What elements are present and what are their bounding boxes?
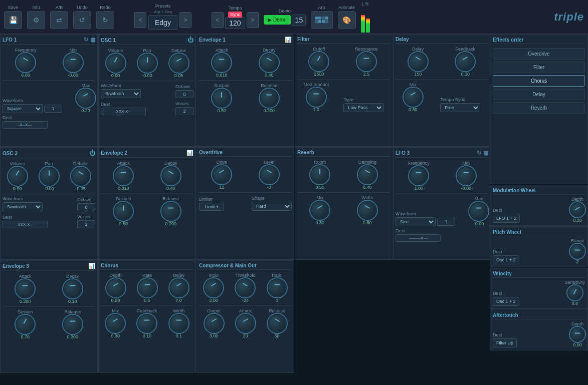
osc2-octave-field[interactable]: 0	[77, 203, 95, 211]
delay-mix-knob[interactable]	[404, 88, 423, 107]
demo-button[interactable]: ▶ Demo	[264, 15, 291, 25]
lfo3-waveform-num[interactable]: 1	[437, 218, 455, 226]
demo-value[interactable]: 15	[292, 15, 306, 26]
save-button[interactable]: 💾	[4, 11, 22, 29]
filter-cutoff-knob[interactable]	[309, 52, 328, 71]
chorus-delay-knob[interactable]	[169, 278, 188, 297]
effect-delay[interactable]: Delay	[493, 89, 585, 100]
osc2-detune-knob[interactable]	[71, 167, 90, 186]
lfo3-freq-knob[interactable]	[409, 166, 428, 185]
chorus-rate-knob[interactable]	[138, 278, 157, 297]
chorus-mix-knob[interactable]	[106, 314, 125, 333]
osc2-pan-knob[interactable]	[40, 167, 59, 186]
delay-feedback-knob[interactable]	[456, 52, 475, 71]
preset-name[interactable]: Edgy	[148, 15, 177, 30]
at-dest-field[interactable]: Filter Up	[493, 338, 517, 347]
osc1-detune-knob[interactable]	[169, 54, 188, 73]
comp-ratio-knob[interactable]	[268, 278, 287, 297]
osc1-power-icon[interactable]: ⏻	[187, 37, 193, 44]
env1-attack-knob[interactable]	[212, 53, 231, 72]
ab-button[interactable]: ⇄	[50, 11, 68, 29]
at-depth-knob[interactable]	[570, 327, 585, 342]
delay-tempo-select[interactable]: Free	[440, 103, 480, 112]
overdrive-shape-select[interactable]: Hard	[252, 202, 292, 211]
preset-next-button[interactable]: >	[179, 12, 191, 28]
tempo-next-button[interactable]: >	[247, 12, 259, 28]
reverb-room-knob[interactable]	[310, 165, 329, 184]
lfo3-max-knob[interactable]	[469, 202, 488, 221]
lfo1-dest-field[interactable]: -X--X---	[3, 121, 48, 129]
effect-chorus[interactable]: Chorus	[493, 75, 585, 87]
reverb-width-knob[interactable]	[358, 201, 377, 220]
filter-mod-knob[interactable]	[307, 88, 326, 107]
env2-attack-knob[interactable]	[114, 166, 133, 185]
osc1-pan-knob[interactable]	[138, 54, 157, 73]
mod-depth-knob[interactable]	[570, 202, 585, 217]
env2-sustain-knob[interactable]	[114, 202, 133, 221]
comp-threshold-knob[interactable]	[236, 278, 255, 297]
reverb-mix-knob[interactable]	[310, 201, 329, 220]
redo-button[interactable]: ↻	[96, 11, 114, 29]
vel-sensitivity-knob[interactable]	[567, 285, 582, 300]
animate-button[interactable]: 🎨	[338, 11, 356, 29]
comp-output-knob[interactable]	[205, 314, 224, 333]
comp-input-knob[interactable]	[204, 278, 223, 297]
env3-sustain-knob[interactable]	[16, 315, 35, 334]
undo-button[interactable]: ↺	[73, 11, 91, 29]
lfo1-refresh-icon[interactable]: ↻	[84, 37, 88, 43]
filter-type-select[interactable]: Low Pass	[343, 103, 383, 112]
env1-release-knob[interactable]	[260, 89, 279, 108]
overdrive-limiter-field[interactable]: Limiter	[199, 203, 224, 211]
mod-dest-field[interactable]: LFO 1 + 2	[493, 214, 520, 223]
lfo1-min-knob[interactable]	[64, 53, 83, 72]
env2-chart-icon[interactable]: 📊	[186, 150, 193, 156]
pitch-range-knob[interactable]	[570, 244, 585, 259]
lfo1-grid-icon[interactable]: ▦	[90, 37, 95, 43]
tempo-value[interactable]: 120	[225, 18, 245, 29]
osc2-power-icon[interactable]: ⏻	[89, 150, 95, 157]
lfo3-grid-icon[interactable]: ▦	[483, 150, 488, 156]
reverb-damping-knob[interactable]	[358, 165, 377, 184]
lfo3-waveform-select[interactable]: Sine	[396, 217, 436, 226]
comp-release-knob[interactable]	[268, 314, 287, 333]
lfo1-max-knob[interactable]	[76, 89, 95, 108]
osc2-dest-field[interactable]: XXX-X--	[3, 221, 48, 228]
env3-attack-knob[interactable]	[16, 279, 35, 298]
comp-attack-knob[interactable]	[236, 314, 255, 333]
env3-decay-knob[interactable]	[63, 279, 82, 298]
lfo3-min-knob[interactable]	[457, 166, 476, 185]
effect-reverb[interactable]: Reverb	[493, 102, 585, 114]
lfo3-dest-field[interactable]: ---------X---	[396, 234, 441, 242]
overdrive-drive-knob[interactable]	[212, 165, 231, 184]
osc2-waveform-select[interactable]: Sawtooth	[3, 202, 43, 211]
preset-prev-button[interactable]: <	[134, 12, 146, 28]
info-button[interactable]: ⚙	[27, 11, 45, 29]
lfo3-refresh-icon[interactable]: ↻	[477, 150, 481, 156]
env2-decay-knob[interactable]	[161, 166, 180, 185]
filter-resonance-knob[interactable]	[357, 52, 376, 71]
tempo-prev-button[interactable]: <	[212, 12, 224, 28]
arp-button[interactable]	[311, 11, 333, 29]
osc2-vol-knob[interactable]	[8, 167, 27, 186]
lfo1-waveform-num[interactable]: 1	[44, 105, 62, 113]
effect-overdrive[interactable]: Overdrive	[493, 48, 585, 60]
osc1-vol-knob[interactable]	[106, 54, 125, 73]
env1-chart-icon[interactable]: 📊	[285, 37, 292, 43]
osc1-dest-field[interactable]: XXX-X--	[101, 108, 146, 115]
overdrive-level-knob[interactable]	[260, 165, 279, 184]
env3-release-knob[interactable]	[63, 315, 82, 334]
vel-dest-field[interactable]: Osc 1 + 2	[493, 297, 519, 306]
osc1-voices-field[interactable]: 2	[175, 107, 193, 115]
env1-sustain-knob[interactable]	[212, 89, 231, 108]
lfo1-freq-knob[interactable]	[16, 53, 35, 72]
env2-release-knob[interactable]	[161, 202, 180, 221]
chorus-feedback-knob[interactable]	[137, 314, 156, 333]
env3-chart-icon[interactable]: 📊	[88, 263, 95, 269]
delay-delay-knob[interactable]	[409, 52, 428, 71]
effect-filter[interactable]: Filter	[493, 62, 585, 73]
lfo1-waveform-select[interactable]: Square	[3, 104, 43, 113]
pitch-dest-field[interactable]: Osc 1 + 2	[493, 255, 519, 264]
chorus-width-knob[interactable]	[169, 314, 188, 333]
osc1-waveform-select[interactable]: Sawtooth	[101, 89, 141, 98]
chorus-depth-knob[interactable]	[106, 278, 125, 297]
